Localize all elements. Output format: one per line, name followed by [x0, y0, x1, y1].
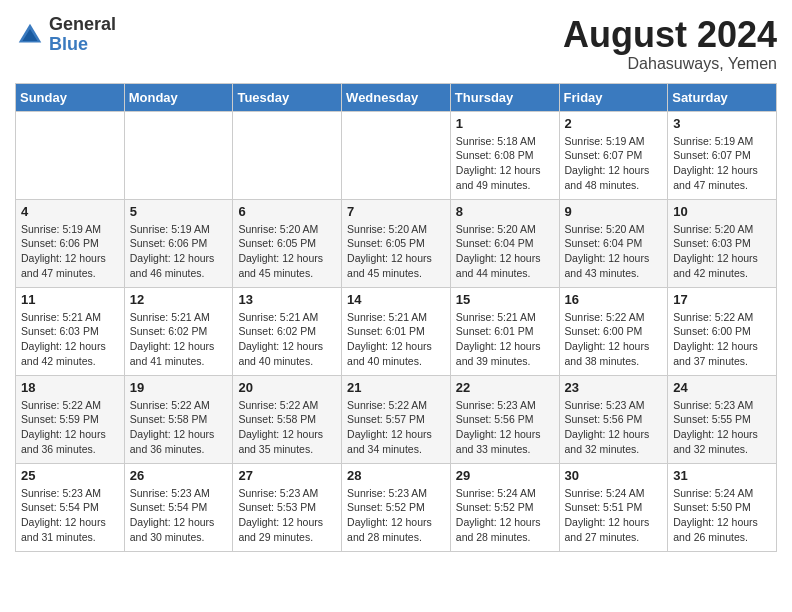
calendar-day-cell: 18Sunrise: 5:22 AM Sunset: 5:59 PM Dayli… — [16, 375, 125, 463]
calendar-day-cell: 19Sunrise: 5:22 AM Sunset: 5:58 PM Dayli… — [124, 375, 233, 463]
calendar-day-cell: 21Sunrise: 5:22 AM Sunset: 5:57 PM Dayli… — [342, 375, 451, 463]
day-info-text: Sunrise: 5:19 AM Sunset: 6:07 PM Dayligh… — [565, 134, 663, 193]
month-year-title: August 2024 — [563, 15, 777, 55]
day-info-text: Sunrise: 5:24 AM Sunset: 5:50 PM Dayligh… — [673, 486, 771, 545]
location-subtitle: Dahasuways, Yemen — [563, 55, 777, 73]
day-info-text: Sunrise: 5:22 AM Sunset: 6:00 PM Dayligh… — [565, 310, 663, 369]
calendar-day-cell: 13Sunrise: 5:21 AM Sunset: 6:02 PM Dayli… — [233, 287, 342, 375]
week-row-4: 18Sunrise: 5:22 AM Sunset: 5:59 PM Dayli… — [16, 375, 777, 463]
weekday-header-wednesday: Wednesday — [342, 83, 451, 111]
day-number: 20 — [238, 380, 336, 395]
day-number: 6 — [238, 204, 336, 219]
calendar-day-cell: 15Sunrise: 5:21 AM Sunset: 6:01 PM Dayli… — [450, 287, 559, 375]
calendar-day-cell: 16Sunrise: 5:22 AM Sunset: 6:00 PM Dayli… — [559, 287, 668, 375]
day-number: 29 — [456, 468, 554, 483]
calendar-day-cell: 11Sunrise: 5:21 AM Sunset: 6:03 PM Dayli… — [16, 287, 125, 375]
logo: General Blue — [15, 15, 116, 55]
weekday-header-saturday: Saturday — [668, 83, 777, 111]
day-number: 23 — [565, 380, 663, 395]
calendar-day-cell: 26Sunrise: 5:23 AM Sunset: 5:54 PM Dayli… — [124, 463, 233, 551]
calendar-table: SundayMondayTuesdayWednesdayThursdayFrid… — [15, 83, 777, 552]
calendar-day-cell — [16, 111, 125, 199]
day-info-text: Sunrise: 5:22 AM Sunset: 5:59 PM Dayligh… — [21, 398, 119, 457]
day-info-text: Sunrise: 5:23 AM Sunset: 5:53 PM Dayligh… — [238, 486, 336, 545]
day-info-text: Sunrise: 5:21 AM Sunset: 6:01 PM Dayligh… — [456, 310, 554, 369]
day-number: 30 — [565, 468, 663, 483]
calendar-day-cell: 4Sunrise: 5:19 AM Sunset: 6:06 PM Daylig… — [16, 199, 125, 287]
day-info-text: Sunrise: 5:20 AM Sunset: 6:03 PM Dayligh… — [673, 222, 771, 281]
calendar-day-cell: 1Sunrise: 5:18 AM Sunset: 6:08 PM Daylig… — [450, 111, 559, 199]
day-info-text: Sunrise: 5:19 AM Sunset: 6:07 PM Dayligh… — [673, 134, 771, 193]
day-info-text: Sunrise: 5:22 AM Sunset: 6:00 PM Dayligh… — [673, 310, 771, 369]
day-info-text: Sunrise: 5:23 AM Sunset: 5:54 PM Dayligh… — [21, 486, 119, 545]
calendar-day-cell: 30Sunrise: 5:24 AM Sunset: 5:51 PM Dayli… — [559, 463, 668, 551]
day-number: 19 — [130, 380, 228, 395]
calendar-day-cell: 31Sunrise: 5:24 AM Sunset: 5:50 PM Dayli… — [668, 463, 777, 551]
calendar-day-cell: 22Sunrise: 5:23 AM Sunset: 5:56 PM Dayli… — [450, 375, 559, 463]
day-info-text: Sunrise: 5:21 AM Sunset: 6:02 PM Dayligh… — [130, 310, 228, 369]
day-info-text: Sunrise: 5:24 AM Sunset: 5:51 PM Dayligh… — [565, 486, 663, 545]
weekday-header-friday: Friday — [559, 83, 668, 111]
day-number: 4 — [21, 204, 119, 219]
logo-text: General Blue — [49, 15, 116, 55]
day-info-text: Sunrise: 5:19 AM Sunset: 6:06 PM Dayligh… — [130, 222, 228, 281]
week-row-5: 25Sunrise: 5:23 AM Sunset: 5:54 PM Dayli… — [16, 463, 777, 551]
day-info-text: Sunrise: 5:23 AM Sunset: 5:55 PM Dayligh… — [673, 398, 771, 457]
day-number: 10 — [673, 204, 771, 219]
day-info-text: Sunrise: 5:22 AM Sunset: 5:58 PM Dayligh… — [130, 398, 228, 457]
day-number: 13 — [238, 292, 336, 307]
calendar-day-cell — [233, 111, 342, 199]
day-number: 5 — [130, 204, 228, 219]
calendar-day-cell: 10Sunrise: 5:20 AM Sunset: 6:03 PM Dayli… — [668, 199, 777, 287]
calendar-day-cell: 8Sunrise: 5:20 AM Sunset: 6:04 PM Daylig… — [450, 199, 559, 287]
calendar-day-cell: 5Sunrise: 5:19 AM Sunset: 6:06 PM Daylig… — [124, 199, 233, 287]
day-info-text: Sunrise: 5:21 AM Sunset: 6:01 PM Dayligh… — [347, 310, 445, 369]
day-number: 26 — [130, 468, 228, 483]
calendar-day-cell: 9Sunrise: 5:20 AM Sunset: 6:04 PM Daylig… — [559, 199, 668, 287]
calendar-day-cell: 3Sunrise: 5:19 AM Sunset: 6:07 PM Daylig… — [668, 111, 777, 199]
weekday-header-row: SundayMondayTuesdayWednesdayThursdayFrid… — [16, 83, 777, 111]
logo-general: General — [49, 15, 116, 35]
calendar-day-cell: 17Sunrise: 5:22 AM Sunset: 6:00 PM Dayli… — [668, 287, 777, 375]
calendar-day-cell: 20Sunrise: 5:22 AM Sunset: 5:58 PM Dayli… — [233, 375, 342, 463]
calendar-day-cell: 7Sunrise: 5:20 AM Sunset: 6:05 PM Daylig… — [342, 199, 451, 287]
day-info-text: Sunrise: 5:20 AM Sunset: 6:05 PM Dayligh… — [238, 222, 336, 281]
day-number: 3 — [673, 116, 771, 131]
day-info-text: Sunrise: 5:22 AM Sunset: 5:57 PM Dayligh… — [347, 398, 445, 457]
day-number: 12 — [130, 292, 228, 307]
day-number: 22 — [456, 380, 554, 395]
weekday-header-sunday: Sunday — [16, 83, 125, 111]
day-info-text: Sunrise: 5:19 AM Sunset: 6:06 PM Dayligh… — [21, 222, 119, 281]
day-info-text: Sunrise: 5:23 AM Sunset: 5:52 PM Dayligh… — [347, 486, 445, 545]
calendar-day-cell: 6Sunrise: 5:20 AM Sunset: 6:05 PM Daylig… — [233, 199, 342, 287]
calendar-day-cell: 14Sunrise: 5:21 AM Sunset: 6:01 PM Dayli… — [342, 287, 451, 375]
calendar-day-cell: 12Sunrise: 5:21 AM Sunset: 6:02 PM Dayli… — [124, 287, 233, 375]
day-info-text: Sunrise: 5:24 AM Sunset: 5:52 PM Dayligh… — [456, 486, 554, 545]
day-number: 16 — [565, 292, 663, 307]
page-header: General Blue August 2024 Dahasuways, Yem… — [15, 15, 777, 73]
day-number: 9 — [565, 204, 663, 219]
logo-icon — [15, 20, 45, 50]
day-info-text: Sunrise: 5:22 AM Sunset: 5:58 PM Dayligh… — [238, 398, 336, 457]
day-number: 25 — [21, 468, 119, 483]
day-number: 17 — [673, 292, 771, 307]
day-info-text: Sunrise: 5:20 AM Sunset: 6:04 PM Dayligh… — [565, 222, 663, 281]
week-row-3: 11Sunrise: 5:21 AM Sunset: 6:03 PM Dayli… — [16, 287, 777, 375]
calendar-day-cell: 28Sunrise: 5:23 AM Sunset: 5:52 PM Dayli… — [342, 463, 451, 551]
day-number: 24 — [673, 380, 771, 395]
day-info-text: Sunrise: 5:21 AM Sunset: 6:02 PM Dayligh… — [238, 310, 336, 369]
day-number: 11 — [21, 292, 119, 307]
day-info-text: Sunrise: 5:18 AM Sunset: 6:08 PM Dayligh… — [456, 134, 554, 193]
day-number: 1 — [456, 116, 554, 131]
title-area: August 2024 Dahasuways, Yemen — [563, 15, 777, 73]
day-number: 18 — [21, 380, 119, 395]
calendar-day-cell: 27Sunrise: 5:23 AM Sunset: 5:53 PM Dayli… — [233, 463, 342, 551]
day-info-text: Sunrise: 5:20 AM Sunset: 6:04 PM Dayligh… — [456, 222, 554, 281]
calendar-day-cell — [342, 111, 451, 199]
day-info-text: Sunrise: 5:23 AM Sunset: 5:56 PM Dayligh… — [456, 398, 554, 457]
day-number: 7 — [347, 204, 445, 219]
calendar-day-cell — [124, 111, 233, 199]
day-number: 27 — [238, 468, 336, 483]
day-number: 8 — [456, 204, 554, 219]
day-number: 21 — [347, 380, 445, 395]
